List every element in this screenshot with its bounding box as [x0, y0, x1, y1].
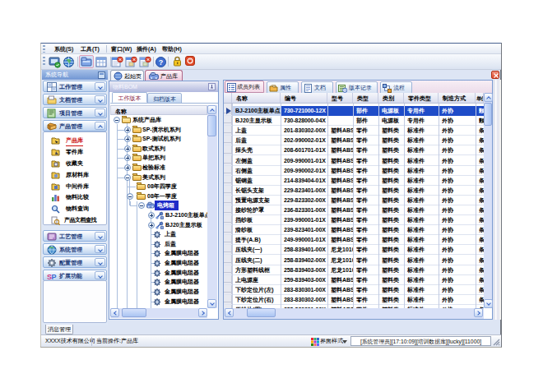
svg-text:?: ? [159, 58, 164, 67]
svg-text:P: P [52, 273, 57, 281]
